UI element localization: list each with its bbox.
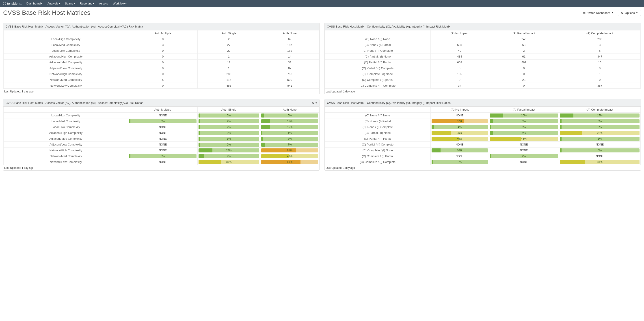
ratio-cell[interactable]: 2% <box>489 153 559 159</box>
cell-value[interactable]: 2 <box>489 48 559 54</box>
cell-value[interactable]: 1 <box>559 71 641 77</box>
ratio-cell[interactable]: 3% <box>430 159 489 165</box>
cell-value[interactable]: 3 <box>559 42 641 48</box>
ratio-cell[interactable]: 49% <box>430 136 489 142</box>
cell-value[interactable]: 203 <box>559 36 641 42</box>
ratio-cell[interactable]: 2% <box>198 124 260 130</box>
switch-dashboard-button[interactable]: ▦ Switch Dashboard ▼ <box>580 10 616 16</box>
ratio-cell[interactable]: NONE <box>559 142 641 148</box>
nav-item-reporting[interactable]: Reporting ▾ <box>80 2 94 5</box>
ratio-cell[interactable]: 61% <box>260 148 319 153</box>
cell-value[interactable]: 195 <box>430 71 489 77</box>
panel-gear-icon[interactable]: ⚙ ▾ <box>312 101 317 104</box>
ratio-cell[interactable]: 35% <box>430 130 489 136</box>
ratio-cell[interactable]: 0% <box>559 148 641 153</box>
cell-value[interactable]: 63 <box>489 42 559 48</box>
ratio-cell[interactable]: NONE <box>430 113 489 118</box>
cell-value[interactable]: 49 <box>430 48 489 54</box>
ratio-cell[interactable]: 0% <box>128 153 198 159</box>
cell-value[interactable]: 0 <box>128 36 198 42</box>
ratio-cell[interactable]: 0% <box>489 124 559 130</box>
ratio-cell[interactable]: 23% <box>198 148 260 153</box>
cell-value[interactable]: 0 <box>489 65 559 71</box>
ratio-cell[interactable]: 7% <box>260 142 319 148</box>
cell-value[interactable]: 562 <box>489 59 559 65</box>
cell-value[interactable]: 33 <box>260 59 319 65</box>
cell-value[interactable]: 0 <box>430 36 489 42</box>
cell-value[interactable]: 590 <box>260 77 319 83</box>
cell-value[interactable]: 0 <box>128 71 198 77</box>
options-button[interactable]: ⚙ Options ▼ <box>618 10 641 16</box>
cell-value[interactable]: 608 <box>430 59 489 65</box>
ratio-cell[interactable]: 5% <box>260 113 319 118</box>
ratio-cell[interactable]: 5% <box>489 130 559 136</box>
cell-value[interactable]: 0 <box>128 48 198 54</box>
cell-value[interactable]: 182 <box>260 48 319 54</box>
ratio-cell[interactable]: NONE <box>489 142 559 148</box>
cell-value[interactable]: 114 <box>198 77 260 83</box>
ratio-cell[interactable]: 46% <box>489 136 559 142</box>
cell-value[interactable]: 0 <box>559 65 641 71</box>
ratio-cell[interactable]: 16% <box>430 148 489 153</box>
ratio-cell[interactable]: NONE <box>489 159 559 165</box>
ratio-cell[interactable]: 5% <box>489 118 559 124</box>
ratio-cell[interactable]: NONE <box>489 148 559 153</box>
cell-value[interactable]: 5 <box>559 48 641 54</box>
cell-value[interactable]: 434 <box>430 54 489 59</box>
ratio-cell[interactable]: 4% <box>430 124 489 130</box>
ratio-cell[interactable]: NONE <box>128 124 198 130</box>
cell-value[interactable]: 61 <box>489 54 559 59</box>
cell-value[interactable]: 14 <box>260 54 319 59</box>
ratio-cell[interactable]: NONE <box>430 153 489 159</box>
ratio-cell[interactable]: 9% <box>198 153 260 159</box>
ratio-cell[interactable]: 0% <box>128 118 198 124</box>
ratio-cell[interactable]: 57% <box>430 118 489 124</box>
cell-value[interactable]: 22 <box>198 48 260 54</box>
ratio-cell[interactable]: NONE <box>128 136 198 142</box>
cell-value[interactable]: 0 <box>128 59 198 65</box>
ratio-cell[interactable]: 15% <box>260 124 319 130</box>
ratio-cell[interactable]: 2% <box>198 118 260 124</box>
nav-item-assets[interactable]: Assets <box>99 2 108 5</box>
cell-value[interactable]: 283 <box>198 71 260 77</box>
ratio-cell[interactable]: 48% <box>260 153 319 159</box>
nav-item-workflow[interactable]: Workflow ▾ <box>113 2 126 5</box>
cell-value[interactable]: 2 <box>198 36 260 42</box>
ratio-cell[interactable]: 0% <box>559 118 641 124</box>
cell-value[interactable]: 16 <box>559 59 641 65</box>
ratio-cell[interactable]: 1% <box>198 136 260 142</box>
ratio-cell[interactable]: 15% <box>260 118 319 124</box>
ratio-cell[interactable]: 28% <box>559 130 641 136</box>
cell-value[interactable]: 387 <box>559 83 641 89</box>
cell-value[interactable]: 842 <box>260 83 319 89</box>
ratio-cell[interactable]: 31% <box>559 159 641 165</box>
cell-value[interactable]: 187 <box>260 42 319 48</box>
ratio-cell[interactable]: 20% <box>489 113 559 118</box>
ratio-cell[interactable]: 0% <box>198 113 260 118</box>
cell-value[interactable]: 87 <box>260 65 319 71</box>
cell-value[interactable]: 0 <box>559 77 641 83</box>
cell-value[interactable]: 0 <box>489 83 559 89</box>
ratio-cell[interactable]: NONE <box>559 153 641 159</box>
ratio-cell[interactable]: NONE <box>128 113 198 118</box>
cell-value[interactable]: 0 <box>489 71 559 77</box>
brand-logo[interactable]: tenable.sc <box>3 2 22 5</box>
cell-value[interactable]: 753 <box>260 71 319 77</box>
cell-value[interactable]: 1 <box>198 54 260 59</box>
nav-item-scans[interactable]: Scans ▾ <box>65 2 75 5</box>
cell-value[interactable]: 1 <box>198 65 260 71</box>
cell-value[interactable]: 695 <box>430 42 489 48</box>
ratio-cell[interactable]: 283 / 12290% <box>198 142 260 148</box>
ratio-cell[interactable]: 37% <box>198 159 260 165</box>
cell-value[interactable]: 12 <box>198 59 260 65</box>
nav-item-analysis[interactable]: Analysis ▾ <box>47 2 60 5</box>
cell-value[interactable]: 0 <box>430 65 489 71</box>
cell-value[interactable]: 62 <box>260 36 319 42</box>
cell-value[interactable]: 3 <box>128 42 198 48</box>
ratio-cell[interactable]: 17% <box>559 113 641 118</box>
ratio-cell[interactable]: NONE <box>128 142 198 148</box>
cell-value[interactable]: 0 <box>128 54 198 59</box>
ratio-cell[interactable]: NONE <box>430 142 489 148</box>
ratio-cell[interactable]: NONE <box>128 148 198 153</box>
ratio-cell[interactable]: 0% <box>559 124 641 130</box>
